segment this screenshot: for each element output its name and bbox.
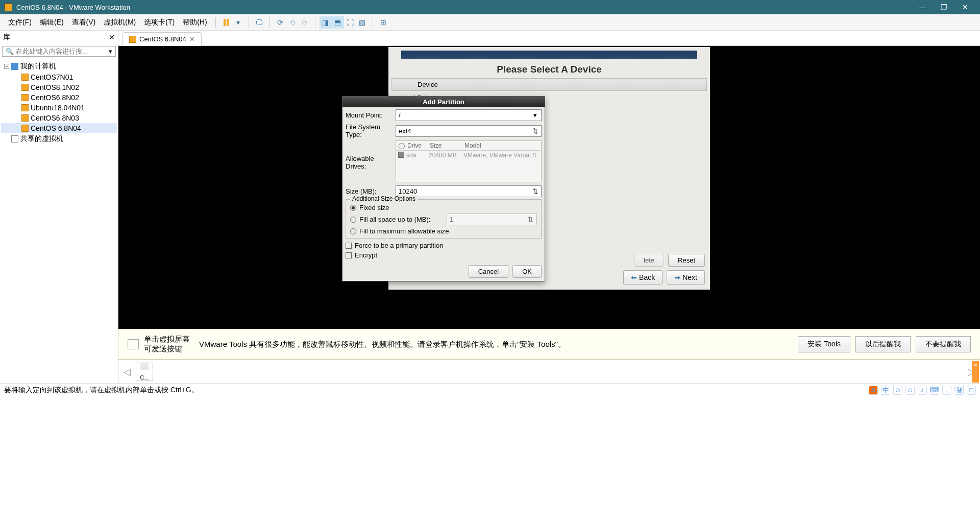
arrow-right-icon: ➡ [674,273,680,281]
menu-view[interactable]: 查看(V) [68,16,100,29]
size-label: Size (MB): [346,187,396,195]
dropdown-icon[interactable]: ▾ [232,16,244,29]
vm-icon [21,84,29,91]
chevron-down-icon[interactable]: ▾ [531,111,538,119]
thumbnail-preview [140,363,149,370]
fullscreen-icon[interactable]: ⛶ [344,16,356,29]
spinner-icon[interactable]: ⇅ [531,187,538,195]
reset-button[interactable]: Reset [668,254,705,267]
search-box[interactable]: 🔍 ▾ [2,46,116,57]
menu-vm[interactable]: 虚拟机(M) [100,16,140,29]
tray-icon[interactable]: ☺ [893,386,902,395]
spinner-icon[interactable]: ⇅ [531,127,538,135]
dont-remind-button[interactable]: 不要提醒我 [916,336,971,352]
guest-screen[interactable]: Please Select A Device Device ▿ Hard Dri… [118,46,980,329]
scroll-left-icon[interactable]: ◁ [121,366,133,377]
cancel-button[interactable]: Cancel [469,265,508,278]
tree-shared[interactable]: 共享的虚拟机 [1,133,117,145]
close-button[interactable]: ✕ [954,0,976,14]
radio-fillupto[interactable]: Fill all space up to (MB):1⇅ [350,212,537,226]
tray-icon[interactable]: 智 [954,386,964,395]
window-titlebar: CentOS 6.8N04 - VMware Workstation — ❐ ✕ [0,0,980,14]
device-column-header: Device [391,78,707,91]
tray-icon[interactable]: □ [967,386,976,395]
check-primary[interactable]: Force to be a primary partition [346,241,542,250]
tree-item[interactable]: Ubuntu18.04N01 [1,103,117,113]
menu-edit[interactable]: 编辑(E) [36,16,68,29]
sidebar-close-icon[interactable]: ✕ [109,33,115,41]
unity-icon[interactable]: ▧ [356,16,369,29]
install-tools-button[interactable]: 安装 Tools [798,336,850,352]
tab-active[interactable]: CentOS 6.8N04 ✕ [122,32,202,46]
thumbbar-close-icon[interactable]: ✕ [972,361,979,383]
size-options-fieldset: Additional Size Options Fixed size Fill … [346,199,542,239]
tray-icon[interactable]: ☺ [905,386,915,395]
checkbox-header-icon[interactable]: ◯ [398,142,405,149]
radio-icon [350,205,356,211]
installer-heading: Please Select A Device [388,64,710,75]
tab-close-icon[interactable]: ✕ [189,35,195,43]
sidebar-title: 库 [3,33,10,42]
snapshot-manager-icon[interactable]: ⟳ [299,16,311,29]
menu-tabs[interactable]: 选项卡(T) [140,16,179,29]
next-button[interactable]: ➡Next [667,270,705,285]
tree-item-selected[interactable]: CentOS 6.8N04 [1,123,117,133]
tree-item[interactable]: CentOS6.8N03 [1,113,117,123]
maximize-button[interactable]: ❐ [933,0,954,14]
fillupto-input: 1⇅ [447,214,537,225]
delete-button[interactable]: lete [634,254,664,267]
fs-type-combo[interactable]: ext4⇅ [396,125,542,137]
thumbnail[interactable]: . C... [136,363,153,381]
collapse-icon[interactable]: − [4,64,9,69]
chevron-down-icon[interactable]: ▾ [109,48,112,55]
tree-item[interactable]: CentOS7N01 [1,72,117,82]
radio-fixed[interactable]: Fixed size [350,203,537,212]
mount-point-combo[interactable]: /▾ [396,109,542,121]
system-tray: S 中 ☺ ☺ ♪ ⌨ , 智 □ [869,386,976,395]
installer-banner [401,51,697,59]
tree-item[interactable]: CentOS8.1N02 [1,82,117,92]
library-icon[interactable]: ⊞ [377,16,389,29]
tray-icon[interactable]: , [942,386,951,395]
vm-tree: −我的计算机 CentOS7N01 CentOS8.1N02 CentOS6.8… [0,59,118,147]
drives-list[interactable]: ◯ Drive Size Model sda 20480 MB VMware, … [396,140,542,182]
tray-icon[interactable]: ♪ [918,386,927,395]
radio-icon [350,217,356,223]
menu-help[interactable]: 帮助(H) [179,16,211,29]
tray-icon[interactable]: ⌨ [930,386,939,395]
app-icon [4,3,12,11]
search-icon: 🔍 [6,48,14,55]
checkbox-icon [346,243,352,249]
remind-later-button[interactable]: 以后提醒我 [855,336,911,352]
tree-item[interactable]: CentOS6.8N02 [1,92,117,103]
hint-bar: 单击虚拟屏幕 可发送按键 VMware Tools 具有很多功能，能改善鼠标移动… [118,329,980,360]
monitor-icon[interactable]: 🖵 [253,16,265,29]
snapshot-icon[interactable]: ⟳ [274,16,286,29]
vm-icon [21,125,29,132]
search-input[interactable] [16,48,109,55]
check-encrypt[interactable]: Encrypt [346,250,542,260]
arrow-left-icon: ⬅ [631,273,637,281]
view1-icon[interactable]: ◨ [320,16,332,29]
view2-icon[interactable]: ⬒ [332,16,344,29]
status-message: 要将输入定向到该虚拟机，请在虚拟机内部单击或按 Ctrl+G。 [4,386,199,395]
vm-icon [21,74,29,81]
radio-fillmax[interactable]: Fill to maximum allowable size [350,226,537,236]
fs-label: File System Type: [346,123,396,138]
tree-root[interactable]: −我的计算机 [1,61,117,72]
sogou-ime-icon[interactable]: S [869,386,878,395]
pause-button[interactable] [220,16,232,29]
snapshot-prev-icon[interactable]: ⟲ [286,16,299,29]
ok-button[interactable]: OK [512,265,542,278]
tab-bar: CentOS 6.8N04 ✕ [118,31,980,46]
computer-icon [11,63,18,70]
menu-file[interactable]: 文件(F) [4,16,36,29]
add-partition-dialog: Add Partition Mount Point: /▾ File Syste… [342,96,545,281]
minimize-button[interactable]: — [912,0,933,14]
back-button[interactable]: ⬅Back [623,270,663,285]
vm-icon [21,104,29,111]
tray-icon[interactable]: 中 [881,386,890,395]
tab-label: CentOS 6.8N04 [139,35,186,43]
drive-checkbox[interactable] [398,152,404,158]
sidebar: 库 ✕ 🔍 ▾ −我的计算机 CentOS7N01 CentOS8.1N02 C… [0,31,118,383]
